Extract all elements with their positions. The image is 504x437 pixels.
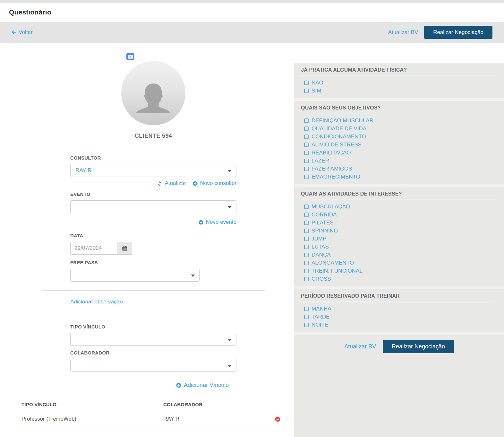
divider <box>16 427 292 427</box>
tipo-vinculo-select[interactable] <box>70 333 236 346</box>
checkbox-label: EMAGRECIMENTO <box>312 174 360 180</box>
vinculos-table: TIPO VÍNCULO COLABORADOR Professor (Trei… <box>0 402 294 427</box>
checkbox-icon[interactable] <box>304 205 309 209</box>
checkbox-option[interactable]: TREIN. FUNCIONAL <box>304 267 495 275</box>
checkbox-icon[interactable] <box>304 237 309 241</box>
new-consultor-link[interactable]: Novo consultor <box>192 180 236 187</box>
questionnaire-section: QUAIS SÃO SEUS OBJETIVOS?DEFINIÇÃO MUSCU… <box>294 101 504 184</box>
checkbox-label: FAZER AMIGOS <box>312 166 352 172</box>
free-pass-select[interactable] <box>70 269 200 282</box>
client-form-column: CLIENTE 594 CONSULTOR RAY R Atualizar <box>0 43 294 437</box>
checkbox-option[interactable]: CROSS <box>304 275 495 283</box>
checkbox-icon[interactable] <box>304 315 309 319</box>
checkbox-option[interactable]: NOITE <box>304 321 495 329</box>
checkbox-icon[interactable] <box>304 245 309 249</box>
tipo-vinculo-label: TIPO VÍNCULO <box>70 324 236 329</box>
cell-colaborador: RAY R <box>163 416 272 422</box>
checkbox-icon[interactable] <box>304 229 309 233</box>
checkbox-icon[interactable] <box>304 261 309 265</box>
checkbox-label: LAZER <box>312 158 329 164</box>
refresh-icon <box>157 181 162 186</box>
checkbox-icon[interactable] <box>304 277 309 281</box>
checkbox-option[interactable]: MANHÃ <box>304 305 495 313</box>
consultor-label: CONSULTOR <box>70 155 236 161</box>
checkbox-option[interactable]: DANÇA <box>304 251 495 259</box>
checkbox-option[interactable]: PILATES <box>304 219 495 227</box>
checkbox-icon[interactable] <box>304 221 309 225</box>
checkbox-icon[interactable] <box>304 213 309 217</box>
checkbox-label: ALÍVIO DE STRESS <box>312 142 362 148</box>
checkbox-label: CONDICIONAMENTO <box>312 134 366 140</box>
add-vinculo-link[interactable]: Adicionar Vínculo <box>176 382 229 389</box>
checkbox-icon[interactable] <box>304 307 309 311</box>
checkbox-label: CROSS <box>312 276 331 282</box>
back-link[interactable]: Voltar <box>11 29 32 36</box>
checkbox-label: CORRIDA <box>312 212 337 218</box>
divider <box>42 290 265 291</box>
checkbox-icon[interactable] <box>304 127 309 131</box>
checkbox-icon[interactable] <box>304 135 309 139</box>
client-name: CLIENTE 594 <box>70 133 236 139</box>
update-bv-link-top[interactable]: Atualizar BV <box>388 29 418 36</box>
checkbox-option[interactable]: REABILITAÇÃO <box>304 149 495 157</box>
checkbox-option[interactable]: SIM <box>304 87 495 95</box>
checkbox-label: NOITE <box>312 322 328 328</box>
checkbox-icon[interactable] <box>304 323 309 327</box>
avatar <box>121 61 185 125</box>
checkbox-option[interactable]: MUSCULAÇÃO <box>304 203 495 211</box>
cell-tipo-vinculo: Professor (TreinoWeb) <box>21 416 163 422</box>
checkbox-label: MANHÃ <box>312 306 331 312</box>
camera-icon[interactable] <box>126 53 134 60</box>
checkbox-option[interactable]: ALÍVIO DE STRESS <box>304 141 495 149</box>
checkbox-option[interactable]: DEFINIÇÃO MUSCULAR <box>304 117 495 125</box>
checkbox-label: SPINNING <box>312 228 338 234</box>
checkbox-icon[interactable] <box>304 159 309 163</box>
checkbox-icon[interactable] <box>304 151 309 155</box>
checkbox-option[interactable]: LUTAS <box>304 243 495 251</box>
checkbox-option[interactable]: ALONGAMENTO <box>304 259 495 267</box>
checkbox-label: SIM <box>312 88 321 94</box>
checkbox-option[interactable]: FAZER AMIGOS <box>304 165 495 173</box>
consultor-select[interactable]: RAY R <box>70 164 236 177</box>
checkbox-label: DANÇA <box>312 252 331 258</box>
colaborador-select[interactable] <box>70 359 236 372</box>
caret-down-icon <box>228 206 232 208</box>
realizar-negociacao-button-bottom[interactable]: Realizar Negociação <box>383 340 454 353</box>
checkbox-icon[interactable] <box>304 167 309 171</box>
update-bv-link-bottom[interactable]: Atualizar BV <box>344 343 376 350</box>
checkbox-option[interactable]: QUALIDADE DE VIDA <box>304 125 495 133</box>
date-input[interactable]: 29/07/2024 <box>70 242 117 255</box>
divider <box>42 312 265 312</box>
checkbox-option[interactable]: CORRIDA <box>304 211 495 219</box>
window-top-strip <box>0 0 504 3</box>
checkbox-icon[interactable] <box>304 143 309 147</box>
checkbox-label: PILATES <box>312 220 334 226</box>
checkbox-option[interactable]: JUMP <box>304 235 495 243</box>
checkbox-icon[interactable] <box>304 118 309 123</box>
checkbox-option[interactable]: CONDICIONAMENTO <box>304 133 495 141</box>
refresh-consultor-link[interactable]: Atualizar <box>157 180 186 187</box>
checkbox-option[interactable]: LAZER <box>304 157 495 165</box>
new-evento-link[interactable]: Novo evento <box>198 219 236 225</box>
checkbox-icon[interactable] <box>304 269 309 273</box>
checkbox-option[interactable]: EMAGRECIMENTO <box>304 173 495 181</box>
checkbox-option[interactable]: NÃO <box>304 79 495 87</box>
checkbox-icon[interactable] <box>304 81 309 85</box>
checkbox-label: ALONGAMENTO <box>312 260 354 266</box>
checkbox-option[interactable]: SPINNING <box>304 227 495 235</box>
questionnaire-section: QUAIS AS ATIVIDADES DE INTERESSE?MUSCULA… <box>294 187 504 286</box>
table-header-tipo-vinculo: TIPO VÍNCULO <box>21 402 163 407</box>
questionnaire-footer: Atualizar BV Realizar Negociação <box>294 335 504 437</box>
checkbox-icon[interactable] <box>304 253 309 257</box>
add-observation-link[interactable]: Adicionar observação <box>70 299 123 305</box>
checkbox-icon[interactable] <box>304 175 309 179</box>
evento-select[interactable] <box>70 200 236 213</box>
minus-circle-icon[interactable] <box>275 416 281 422</box>
calendar-icon[interactable] <box>117 242 132 255</box>
checkbox-label: TARDE <box>312 314 329 320</box>
checkbox-label: LUTAS <box>312 244 329 250</box>
checkbox-label: NÃO <box>312 80 323 86</box>
checkbox-option[interactable]: TARDE <box>304 313 495 321</box>
checkbox-icon[interactable] <box>304 89 309 93</box>
realizar-negociacao-button-top[interactable]: Realizar Negociação <box>424 26 492 39</box>
